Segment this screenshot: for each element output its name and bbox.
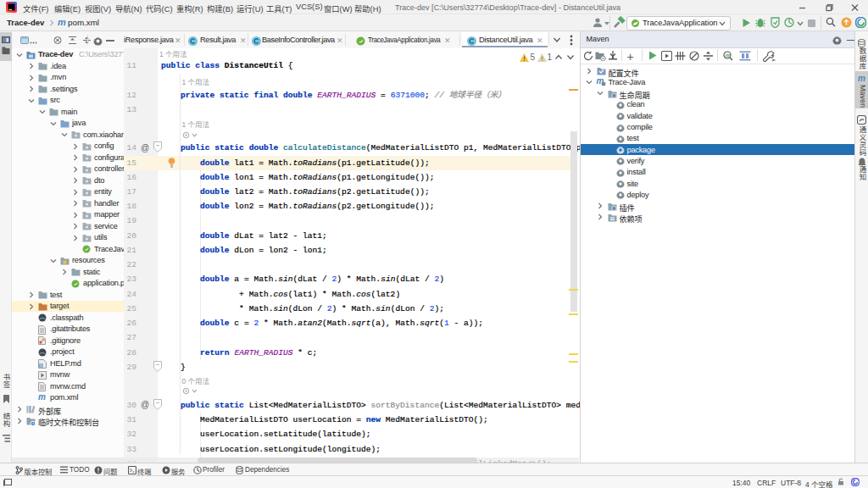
svg-text:MD: MD [39, 363, 44, 368]
svg-text:m: m [725, 52, 730, 58]
